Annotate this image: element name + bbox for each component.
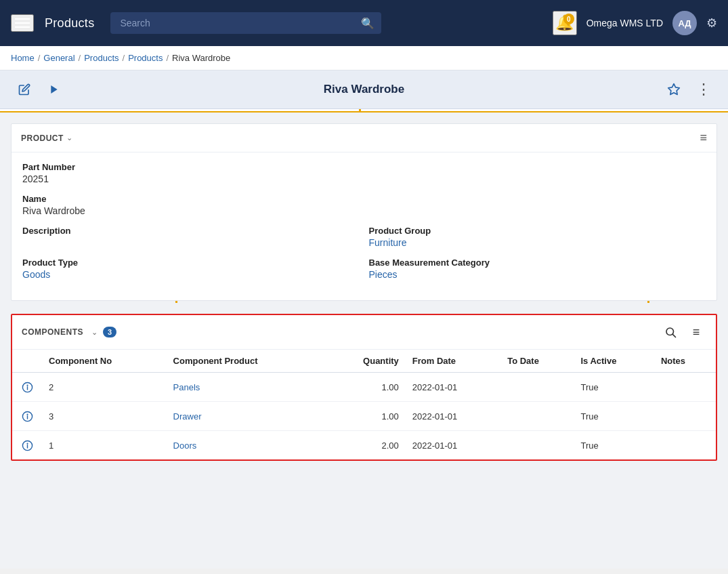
components-section: COMPONENTS ⌄ 3 ≡ Co bbox=[11, 314, 717, 461]
description-field: Description bbox=[22, 226, 360, 248]
product-section-menu-button[interactable]: ≡ bbox=[700, 131, 707, 145]
user-avatar[interactable]: АД bbox=[672, 11, 697, 35]
row-from-date: 2022-01-01 bbox=[406, 431, 500, 460]
part-number-value: 20251 bbox=[22, 173, 706, 184]
components-menu-button[interactable]: ≡ bbox=[686, 322, 706, 342]
base-measurement-field: Base Measurement Category Pieces bbox=[369, 258, 706, 280]
row-to-date bbox=[500, 431, 574, 460]
table-row: 3 Drawer 1.00 2022-01-01 True bbox=[12, 402, 716, 431]
row-to-date bbox=[500, 373, 574, 402]
row-component-product: Drawer bbox=[167, 402, 326, 431]
row-component-product: Panels bbox=[167, 373, 326, 402]
row-notes bbox=[654, 431, 716, 460]
col-component-product-header: Component Product bbox=[167, 350, 326, 373]
col-component-no-header: Component No bbox=[42, 350, 167, 373]
favorite-button[interactable] bbox=[663, 79, 685, 100]
col-info-header bbox=[12, 350, 42, 373]
component-product-link[interactable]: Panels bbox=[173, 382, 200, 392]
run-button[interactable] bbox=[43, 79, 65, 100]
row-notes bbox=[654, 402, 716, 431]
row-notes bbox=[654, 373, 716, 402]
components-actions: ≡ bbox=[660, 322, 706, 342]
row-from-date: 2022-01-01 bbox=[406, 373, 500, 402]
svg-line-3 bbox=[672, 334, 675, 337]
col-from-date-header: From Date bbox=[406, 350, 500, 373]
topnav-right-section: 🔔 0 Omega WMS LTD АД ⚙ bbox=[553, 11, 717, 35]
app-title: Products bbox=[45, 16, 94, 30]
breadcrumb-home[interactable]: Home bbox=[11, 53, 35, 63]
search-input[interactable] bbox=[110, 12, 381, 34]
top-navigation: Products 🔍 🔔 0 Omega WMS LTD АД ⚙ bbox=[0, 0, 728, 46]
components-section-header: COMPONENTS ⌄ 3 ≡ bbox=[12, 315, 716, 350]
base-measurement-label: Base Measurement Category bbox=[369, 258, 706, 268]
product-section-chevron-icon: ⌄ bbox=[66, 134, 72, 142]
col-quantity-header: Quantity bbox=[326, 350, 406, 373]
product-group-field: Product Group Furniture bbox=[369, 226, 706, 248]
row-to-date bbox=[500, 402, 574, 431]
company-name: Omega WMS LTD bbox=[586, 18, 663, 28]
table-row: 2 Panels 1.00 2022-01-01 True bbox=[12, 373, 716, 402]
component-product-link[interactable]: Drawer bbox=[173, 411, 202, 422]
description-value bbox=[22, 237, 360, 248]
edit-button[interactable] bbox=[14, 79, 35, 100]
product-section-header: PRODUCT ⌄ ≡ bbox=[12, 124, 716, 152]
svg-marker-1 bbox=[668, 84, 680, 95]
name-label: Name bbox=[22, 194, 706, 204]
product-section-body: Part Number 20251 Name Riva Wardrobe Des… bbox=[12, 152, 716, 300]
components-search-button[interactable] bbox=[660, 322, 681, 342]
name-field: Name Riva Wardrobe bbox=[22, 194, 706, 216]
breadcrumb: Home / General / Products / Products / R… bbox=[0, 46, 728, 70]
row-info-button[interactable] bbox=[19, 437, 35, 453]
breadcrumb-products-2[interactable]: Products bbox=[128, 53, 163, 63]
breadcrumb-general[interactable]: General bbox=[43, 53, 74, 63]
row-is-active: True bbox=[574, 402, 654, 431]
breadcrumb-current: Riva Wardrobe bbox=[172, 53, 230, 63]
row-quantity: 1.00 bbox=[326, 402, 406, 431]
main-content: Riva Wardrobe ⋮ PRODUCT ⌄ ≡ bbox=[0, 70, 728, 569]
more-options-button[interactable]: ⋮ bbox=[693, 79, 714, 100]
product-type-field: Product Type Goods bbox=[22, 258, 360, 280]
desc-group-row: Description Product Group Furniture bbox=[22, 226, 706, 248]
product-group-value[interactable]: Furniture bbox=[369, 237, 407, 248]
product-group-label: Product Group bbox=[369, 226, 706, 236]
settings-icon[interactable]: ⚙ bbox=[706, 16, 717, 30]
row-from-date: 2022-01-01 bbox=[406, 402, 500, 431]
row-component-no: 2 bbox=[42, 373, 167, 402]
row-component-no: 3 bbox=[42, 402, 167, 431]
product-type-value[interactable]: Goods bbox=[22, 269, 50, 280]
product-section: PRODUCT ⌄ ≡ Part Number 20251 Name Riva … bbox=[11, 123, 717, 301]
product-type-label: Product Type bbox=[22, 258, 360, 268]
row-quantity: 1.00 bbox=[326, 373, 406, 402]
description-label: Description bbox=[22, 226, 360, 236]
row-is-active: True bbox=[574, 373, 654, 402]
row-quantity: 2.00 bbox=[326, 431, 406, 460]
base-measurement-value[interactable]: Pieces bbox=[369, 269, 398, 280]
col-notes-header: Notes bbox=[654, 350, 716, 373]
row-is-active: True bbox=[574, 431, 654, 460]
part-number-label: Part Number bbox=[22, 162, 706, 172]
part-number-field: Part Number 20251 bbox=[22, 162, 706, 184]
col-is-active-header: Is Active bbox=[574, 350, 654, 373]
svg-marker-0 bbox=[51, 85, 57, 94]
components-count-badge: 3 bbox=[103, 327, 116, 337]
row-component-no: 1 bbox=[42, 431, 167, 460]
hamburger-menu-button[interactable] bbox=[11, 14, 34, 32]
record-header: Riva Wardrobe ⋮ bbox=[0, 70, 728, 109]
notifications-button[interactable]: 🔔 0 bbox=[553, 11, 577, 35]
type-measurement-row: Product Type Goods Base Measurement Cate… bbox=[22, 258, 706, 280]
notification-badge: 0 bbox=[563, 14, 574, 24]
record-title: Riva Wardrobe bbox=[73, 83, 655, 96]
row-info-cell bbox=[12, 373, 42, 402]
row-component-product: Doors bbox=[167, 431, 326, 460]
row-info-cell bbox=[12, 402, 42, 431]
components-table: Component No Component Product Quantity … bbox=[12, 350, 716, 459]
breadcrumb-products-1[interactable]: Products bbox=[84, 53, 119, 63]
table-row: 1 Doors 2.00 2022-01-01 True bbox=[12, 431, 716, 460]
row-info-button[interactable] bbox=[19, 408, 35, 424]
name-value: Riva Wardrobe bbox=[22, 205, 706, 216]
row-info-button[interactable] bbox=[19, 379, 35, 395]
components-chevron-icon: ⌄ bbox=[91, 328, 98, 337]
col-to-date-header: To Date bbox=[500, 350, 574, 373]
component-product-link[interactable]: Doors bbox=[173, 440, 197, 451]
components-section-title: COMPONENTS bbox=[22, 327, 83, 337]
